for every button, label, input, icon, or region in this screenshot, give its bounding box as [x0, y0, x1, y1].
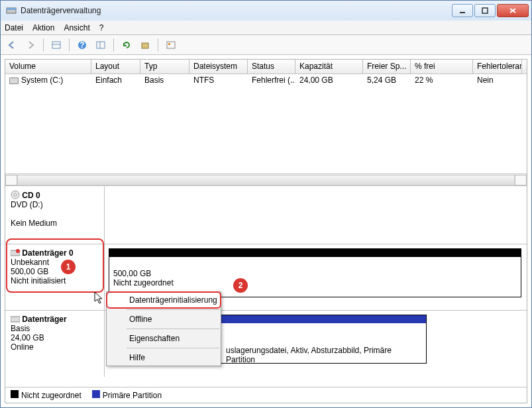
disk-cd-header[interactable]: CD 0 DVD (D:) Kein Medium	[5, 186, 105, 244]
col-volume[interactable]: Volume	[5, 60, 91, 74]
cell-volume: System (C:)	[21, 76, 63, 85]
disk0-line1: Unbekannt	[11, 258, 49, 267]
volume-grid-header: Volume Layout Typ Dateisystem Status Kap…	[5, 60, 527, 74]
toolbar-icon-3[interactable]	[138, 38, 152, 52]
disk0-part-state: Nicht zugeordnet	[113, 278, 517, 287]
disk0-header[interactable]: Datenträger 0 Unbekannt 500,00 GB Nicht …	[5, 244, 105, 310]
help-icon[interactable]: ?	[75, 38, 89, 52]
window-title: Datenträgerverwaltung	[21, 6, 452, 15]
cell-free: 5,24 GB	[363, 74, 411, 87]
cd-sub: DVD (D:)	[11, 200, 43, 209]
disk1-header[interactable]: Datenträger Basis 24,00 GB Online	[5, 311, 105, 377]
app-icon	[6, 5, 17, 16]
disk1-line2: 24,00 GB	[11, 333, 44, 342]
close-button[interactable]	[497, 4, 529, 17]
disk1-line1: Basis	[11, 324, 30, 333]
refresh-icon[interactable]	[119, 38, 134, 52]
cursor-icon	[94, 291, 105, 307]
cell-cap: 24,00 GB	[295, 74, 363, 87]
col-free[interactable]: Freier Sp...	[363, 60, 411, 74]
svg-rect-19	[11, 317, 20, 322]
disk1-title: Datenträger	[22, 315, 66, 324]
disk-map-pane: CD 0 DVD (D:) Kein Medium Datenträger 0 …	[5, 185, 527, 387]
col-pct[interactable]: % frei	[411, 60, 473, 74]
svg-rect-14	[168, 43, 170, 45]
col-status[interactable]: Status	[248, 60, 295, 74]
cell-status: Fehlerfrei (...	[248, 74, 295, 87]
svg-rect-1	[7, 8, 16, 10]
toolbar: ?	[1, 35, 531, 55]
ctx-properties[interactable]: Eigenschaften	[107, 331, 221, 346]
cell-fs: NTFS	[189, 74, 248, 87]
toolbar-icon-4[interactable]	[164, 38, 178, 52]
svg-point-18	[16, 249, 20, 253]
annotation-badge-1: 1	[61, 260, 76, 274]
menu-file[interactable]: Datei	[5, 23, 23, 32]
context-menu: Datenträgerinitialisierung Offline Eigen…	[106, 291, 221, 366]
cell-layout: Einfach	[91, 74, 140, 87]
forward-button[interactable]	[23, 38, 38, 52]
volume-grid-body[interactable]: System (C:) Einfach Basis NTFS Fehlerfre…	[5, 74, 527, 174]
cd-status: Kein Medium	[11, 219, 57, 228]
disk1-line3: Online	[11, 342, 34, 352]
svg-rect-3	[482, 8, 488, 13]
col-type[interactable]: Typ	[140, 60, 189, 74]
minimize-button[interactable]	[452, 4, 473, 17]
col-layout[interactable]: Layout	[91, 60, 140, 74]
menu-help[interactable]: ?	[99, 23, 104, 32]
back-button[interactable]	[5, 38, 19, 52]
svg-rect-12	[142, 43, 148, 48]
legend-primary: Primäre Partition	[103, 391, 162, 400]
toolbar-icon-2[interactable]	[93, 38, 108, 52]
legend: Nicht zugeordnet Primäre Partition	[5, 387, 527, 403]
cell-type: Basis	[140, 74, 189, 87]
toolbar-icon-1[interactable]	[49, 38, 64, 52]
disk0-line3: Nicht initialisiert	[11, 276, 66, 285]
svg-rect-6	[52, 42, 60, 48]
titlebar: Datenträgerverwaltung	[1, 1, 531, 21]
cd-title: CD 0	[22, 191, 40, 200]
ctx-initialize[interactable]: Datenträgerinitialisierung	[107, 292, 221, 308]
col-fault[interactable]: Fehlertoleranz	[473, 60, 522, 74]
col-capacity[interactable]: Kapazität	[295, 60, 363, 74]
menu-view[interactable]: Ansicht	[64, 23, 89, 32]
disk0-line2: 500,00 GB	[11, 267, 48, 276]
ctx-help[interactable]: Hilfe	[107, 350, 221, 366]
disk0-part-size: 500,00 GB	[113, 269, 517, 278]
horizontal-scrollbar[interactable]	[5, 174, 527, 185]
volume-row[interactable]: System (C:) Einfach Basis NTFS Fehlerfre…	[5, 74, 527, 87]
menu-action[interactable]: Aktion	[32, 23, 54, 32]
col-filesystem[interactable]: Dateisystem	[189, 60, 248, 74]
svg-rect-10	[97, 42, 105, 48]
cell-fault: Nein	[473, 74, 522, 87]
svg-rect-13	[167, 42, 175, 48]
maximize-button[interactable]	[474, 4, 496, 17]
cell-pct: 22 %	[411, 74, 473, 87]
menubar: Datei Aktion Ansicht ?	[1, 21, 531, 35]
disk0-title: Datenträger 0	[22, 248, 73, 258]
ctx-offline[interactable]: Offline	[107, 311, 221, 327]
svg-point-16	[14, 193, 17, 196]
disk0-unallocated[interactable]: 500,00 GB Nicht zugeordnet	[109, 248, 521, 297]
svg-text:?: ?	[80, 40, 84, 50]
drive-icon	[9, 77, 19, 84]
legend-unalloc: Nicht zugeordnet	[21, 391, 81, 400]
annotation-badge-2: 2	[233, 278, 248, 293]
